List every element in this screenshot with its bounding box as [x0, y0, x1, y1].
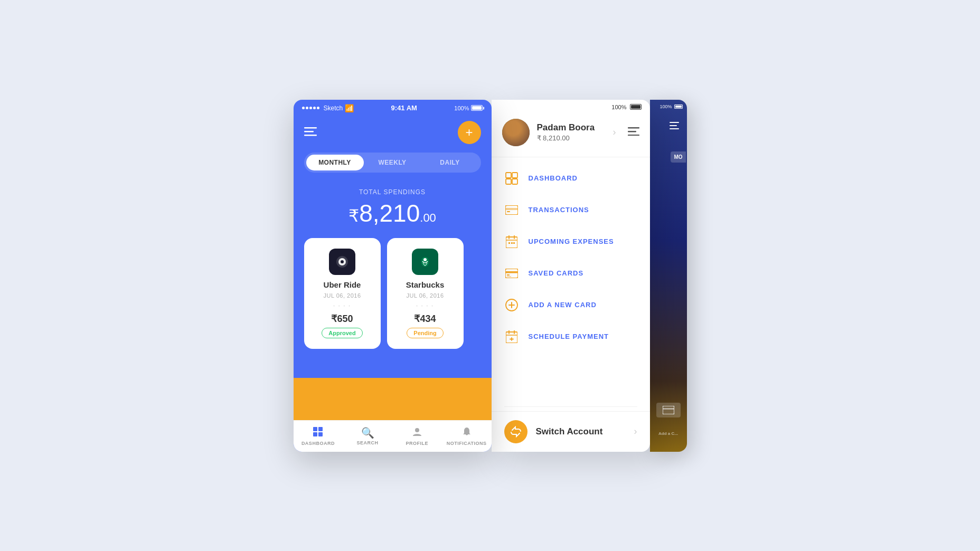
battery-percent: 100%	[454, 105, 469, 111]
add-button[interactable]: +	[458, 121, 481, 144]
svg-rect-21	[505, 208, 518, 210]
svg-rect-8	[313, 427, 317, 431]
menu-divider	[504, 406, 637, 407]
svg-rect-16	[506, 173, 511, 178]
carrier-label: Sketch	[324, 104, 343, 112]
menu-nav-schedule[interactable]: SCHEDULE PAYMENT	[492, 321, 650, 353]
tab-monthly[interactable]: MONTHLY	[306, 155, 364, 170]
nav-notifications[interactable]: NOTIFICATIONS	[442, 426, 492, 446]
search-nav-icon: 🔍	[361, 426, 374, 439]
bell-icon-svg	[461, 426, 472, 437]
battery-fill	[472, 106, 482, 110]
amount-decimal: .00	[420, 211, 436, 225]
wifi-icon: 📶	[345, 104, 354, 112]
rupee-symbol: ₹	[348, 206, 359, 226]
screens-container: Sketch 📶 9:41 AM 100% +	[294, 100, 687, 452]
right-partial-header: 100%	[650, 100, 687, 113]
menu-balance: ₹ 8,210.00	[537, 134, 606, 142]
uber-date: JUL 06, 2016	[323, 292, 361, 299]
nav-profile[interactable]: PROFILE	[392, 426, 442, 446]
profile-nav-label: PROFILE	[406, 441, 429, 446]
menu-nav-dashboard[interactable]: DASHBOARD	[492, 163, 650, 194]
hamburger-svg	[304, 125, 317, 138]
add-card-menu-label: ADD A NEW CARD	[529, 301, 597, 309]
menu-battery-fill	[631, 105, 640, 109]
menu-nav-transactions[interactable]: TRANSACTIONS	[492, 194, 650, 226]
svg-rect-17	[512, 173, 517, 178]
right-card-svg	[663, 406, 674, 414]
nav-dashboard[interactable]: DASHBOARD	[294, 426, 343, 446]
svg-rect-27	[508, 242, 510, 244]
status-time: 9:41 AM	[391, 104, 417, 112]
uber-status: Approved	[322, 328, 362, 338]
status-left: Sketch 📶	[302, 104, 354, 112]
svg-rect-9	[318, 427, 323, 431]
menu-avatar	[502, 119, 530, 146]
dashboard-menu-icon	[504, 171, 519, 186]
transaction-card-uber[interactable]: Uber Ride JUL 06, 2016 · · · · ₹650 Appr…	[304, 238, 381, 349]
signal-dot	[302, 107, 305, 109]
saved-cards-menu-label: SAVED CARDS	[529, 269, 584, 277]
svg-point-7	[423, 258, 427, 261]
schedule-menu-icon	[504, 329, 519, 344]
tab-weekly[interactable]: WEEKLY	[364, 155, 421, 170]
right-battery-icon	[674, 104, 683, 109]
search-nav-label: SEARCH	[357, 440, 379, 445]
menu-nav-upcoming[interactable]: UPCOMING EXPENSES	[492, 226, 650, 258]
signal-dot	[309, 107, 312, 109]
svg-rect-45	[670, 128, 679, 129]
menu-footer: Switch Account ›	[492, 411, 650, 452]
svg-rect-15	[628, 135, 639, 136]
menu-panel: 100% Padam Boora ₹ 8,210.00 ›	[492, 100, 650, 452]
svg-rect-29	[513, 242, 515, 244]
signal-dots	[302, 107, 319, 109]
menu-user-info: Padam Boora ₹ 8,210.00	[537, 122, 606, 142]
nav-search[interactable]: 🔍 SEARCH	[343, 426, 392, 445]
switch-chevron-icon: ›	[634, 426, 637, 437]
menu-nav-saved-cards[interactable]: SAVED CARDS	[492, 258, 650, 289]
total-amount: ₹ 8,210 .00	[294, 199, 492, 227]
right-partial-panel: 100% MO Add a C...	[650, 100, 687, 452]
menu-nav: DASHBOARD TRANSACTIONS	[492, 157, 650, 402]
menu-battery-percent: 100%	[611, 104, 626, 110]
header-left: +	[294, 117, 492, 153]
starbucks-icon	[417, 254, 433, 270]
starbucks-status: Pending	[407, 328, 443, 338]
svg-rect-33	[507, 276, 511, 277]
starbucks-date: JUL 06, 2016	[406, 292, 444, 299]
battery-icon	[471, 105, 483, 111]
svg-rect-1	[304, 131, 314, 132]
battery-indicator: 100%	[454, 105, 483, 111]
right-battery-fill	[675, 106, 682, 108]
svg-rect-31	[505, 271, 518, 273]
menu-hamburger-svg	[628, 127, 639, 136]
tab-daily[interactable]: DAILY	[421, 155, 479, 170]
switch-account-button[interactable]: Switch Account ›	[504, 420, 637, 443]
menu-nav-add-card[interactable]: ADD A NEW CARD	[492, 289, 650, 321]
svg-rect-28	[511, 242, 513, 244]
starbucks-dots: · · · ·	[416, 303, 434, 309]
starbucks-amount: ₹434	[414, 313, 436, 325]
switch-account-icon	[504, 420, 527, 443]
right-battery: 100%	[659, 104, 672, 109]
saved-cards-icon	[505, 269, 518, 278]
switch-account-label: Switch Account	[536, 426, 626, 437]
yellow-bar	[294, 378, 492, 420]
starbucks-title: Starbucks	[406, 280, 445, 289]
dashboard-nav-icon	[313, 426, 323, 440]
uber-amount: ₹650	[331, 313, 353, 325]
profile-chevron-icon[interactable]: ›	[613, 127, 616, 138]
total-label: TOTAL SPENDINGS	[294, 188, 492, 196]
total-spendings-section: TOTAL SPENDINGS ₹ 8,210 .00	[294, 183, 492, 238]
svg-point-5	[341, 260, 344, 263]
transaction-card-starbucks[interactable]: Starbucks JUL 06, 2016 · · · · ₹434 Pend…	[387, 238, 464, 349]
svg-rect-0	[304, 127, 317, 129]
notifications-nav-label: NOTIFICATIONS	[447, 441, 487, 446]
profile-nav-icon	[412, 426, 422, 440]
menu-hamburger[interactable]	[628, 127, 639, 138]
right-partial-hamburger[interactable]	[670, 121, 679, 132]
notifications-nav-icon	[461, 426, 472, 440]
right-hamburger-svg	[670, 122, 679, 129]
hamburger-icon[interactable]	[304, 125, 317, 140]
uber-icon	[335, 254, 350, 269]
